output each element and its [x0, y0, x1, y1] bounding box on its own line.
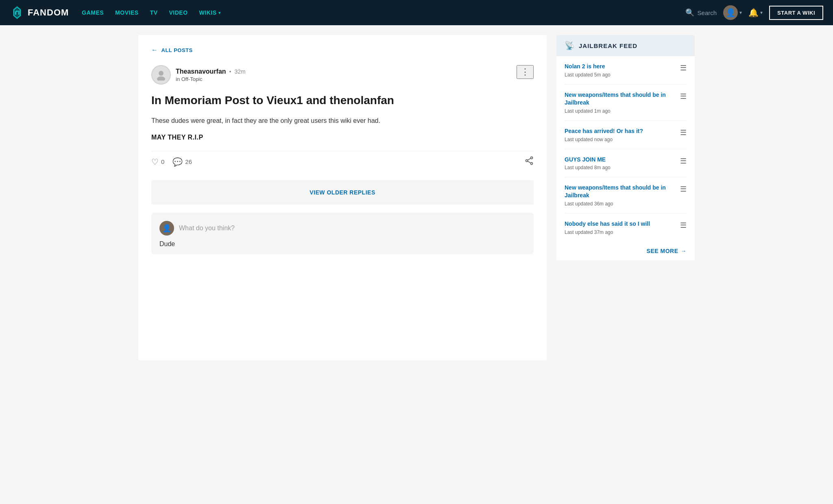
back-arrow-icon: ← — [151, 46, 158, 54]
user-icon — [155, 69, 167, 81]
svg-point-2 — [531, 157, 533, 159]
comment-prompt: What do you think? — [179, 225, 235, 232]
feed-item: New weapons/Items that should be in Jail… — [565, 85, 687, 121]
see-more-section: SEE MORE → — [556, 242, 695, 260]
start-wiki-button[interactable]: START A WIKI — [769, 6, 823, 20]
post-more-button[interactable]: ⋮ — [517, 65, 534, 79]
bell-chevron-icon: ▾ — [760, 10, 763, 15]
search-button[interactable]: 🔍 Search — [685, 8, 717, 17]
feed-item-meta: Last updated 37m ago — [565, 229, 675, 235]
feed-item-menu-icon[interactable]: ☰ — [680, 220, 687, 230]
svg-line-5 — [528, 159, 530, 161]
share-button[interactable] — [525, 156, 534, 167]
nav-right: 🔍 Search 👤 ▾ 🔔 ▾ START A WIKI — [685, 5, 823, 20]
svg-point-1 — [157, 76, 165, 81]
share-icon — [525, 156, 534, 165]
feed-item-title[interactable]: Nobody else has said it so I will — [565, 220, 675, 228]
svg-point-0 — [159, 71, 164, 76]
feed-item-meta: Last updated 1m ago — [565, 108, 675, 114]
feed-item-menu-icon[interactable]: ☰ — [680, 156, 687, 166]
post-header: Theasnavourfan • 32m in Off-Topic ⋮ — [151, 65, 534, 85]
post-body: These dudes were great, in fact they are… — [151, 116, 534, 126]
feed-item-meta: Last updated 36m ago — [565, 201, 675, 207]
post-title: In Memoriam Post to Vieux1 and thenolanf… — [151, 93, 534, 108]
feed-header: 📡 JAILBREAK FEED — [556, 35, 695, 56]
all-posts-label: ALL POSTS — [161, 47, 193, 53]
feed-item-meta: Last updated 5m ago — [565, 72, 675, 78]
feed-title: JAILBREAK FEED — [579, 42, 637, 49]
nav-video[interactable]: VIDEO — [169, 9, 188, 16]
post-author-block: Theasnavourfan • 32m in Off-Topic — [151, 65, 246, 85]
feed-item-title[interactable]: Nolan 2 is here — [565, 63, 675, 70]
post-author-name[interactable]: Theasnavourfan — [176, 68, 226, 75]
feed-item: New weapons/Items that should be in Jail… — [565, 177, 687, 214]
view-older-replies-button[interactable]: VIEW OLDER REPLIES — [151, 180, 534, 205]
feed-item-menu-icon[interactable]: ☰ — [680, 184, 687, 194]
feed-item-meta: Last updated 8m ago — [565, 165, 675, 170]
nav-movies[interactable]: MOVIES — [115, 9, 138, 16]
feed-item: GUYS JOIN ME Last updated 8m ago ☰ — [565, 149, 687, 178]
see-more-link[interactable]: SEE MORE → — [647, 248, 687, 254]
navbar: FANDOM GAMES MOVIES TV VIDEO WIKIS ▾ 🔍 S… — [0, 0, 833, 25]
svg-point-4 — [531, 163, 533, 165]
page-layout: ← ALL POSTS Theasnavourfan • 32m — [132, 25, 701, 370]
bell-icon: 🔔 — [748, 8, 759, 17]
feed-item-title[interactable]: New weapons/Items that should be in Jail… — [565, 91, 675, 107]
comment-count: 26 — [185, 158, 192, 165]
svg-point-3 — [526, 160, 528, 162]
feed-item-title[interactable]: GUYS JOIN ME — [565, 156, 675, 164]
post-timestamp: 32m — [235, 68, 246, 75]
post-rip: MAY THEY R.I.P — [151, 134, 534, 141]
notifications-button[interactable]: 🔔 ▾ — [748, 8, 763, 17]
comment-box: 👤 What do you think? Dude — [151, 213, 534, 254]
arrow-right-icon: → — [681, 248, 687, 254]
like-count: 0 — [161, 158, 164, 165]
nav-games[interactable]: GAMES — [82, 9, 104, 16]
commenter-avatar: 👤 — [159, 221, 174, 236]
fandom-logo-icon — [10, 5, 24, 20]
post-author-info: Theasnavourfan • 32m in Off-Topic — [176, 68, 246, 82]
comment-input[interactable]: Dude — [159, 240, 526, 248]
feed-item-title[interactable]: New weapons/Items that should be in Jail… — [565, 184, 675, 199]
post-author-avatar — [151, 65, 171, 85]
feed-items: Nolan 2 is here Last updated 5m ago ☰ Ne… — [556, 56, 695, 242]
main-content: ← ALL POSTS Theasnavourfan • 32m — [138, 35, 547, 360]
post-category: in Off-Topic — [176, 76, 246, 82]
comment-icon: 💬 — [172, 157, 183, 167]
feed-icon: 📡 — [565, 41, 575, 50]
nav-wikis[interactable]: WIKIS ▾ — [199, 9, 220, 16]
avatar: 👤 — [723, 5, 738, 20]
logo-text: FANDOM — [28, 7, 69, 18]
post-actions: ♡ 0 💬 26 — [151, 151, 534, 172]
feed-item-title[interactable]: Peace has arrived! Or has it? — [565, 127, 675, 135]
avatar-chevron-icon: ▾ — [739, 10, 742, 15]
nav-links: GAMES MOVIES TV VIDEO WIKIS ▾ — [82, 9, 685, 16]
feed-item-meta: Last updated now ago — [565, 137, 675, 142]
all-posts-link[interactable]: ← ALL POSTS — [151, 46, 534, 54]
nav-tv[interactable]: TV — [150, 9, 158, 16]
search-icon: 🔍 — [685, 8, 694, 17]
feed-item: Nobody else has said it so I will Last u… — [565, 214, 687, 242]
feed-card: 📡 JAILBREAK FEED Nolan 2 is here Last up… — [556, 35, 695, 260]
svg-line-6 — [528, 161, 530, 164]
wikis-chevron-icon: ▾ — [218, 11, 221, 15]
user-avatar-button[interactable]: 👤 ▾ — [723, 5, 742, 20]
post-time: • — [229, 68, 231, 75]
feed-item: Nolan 2 is here Last updated 5m ago ☰ — [565, 56, 687, 85]
feed-item-menu-icon[interactable]: ☰ — [680, 63, 687, 72]
like-button[interactable]: ♡ 0 — [151, 157, 164, 167]
heart-icon: ♡ — [151, 157, 159, 167]
feed-item: Peace has arrived! Or has it? Last updat… — [565, 121, 687, 149]
feed-item-menu-icon[interactable]: ☰ — [680, 91, 687, 101]
sidebar: 📡 JAILBREAK FEED Nolan 2 is here Last up… — [556, 35, 695, 260]
comment-button[interactable]: 💬 26 — [172, 157, 192, 167]
logo[interactable]: FANDOM — [10, 5, 69, 20]
search-label: Search — [698, 9, 717, 16]
feed-item-menu-icon[interactable]: ☰ — [680, 127, 687, 137]
